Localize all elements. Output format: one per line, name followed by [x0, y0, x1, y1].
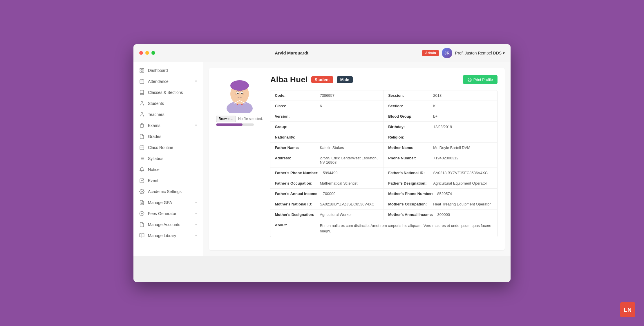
- sidebar-label-class-routine: Class Routine: [148, 145, 197, 150]
- svg-rect-1: [142, 68, 144, 70]
- svg-rect-11: [140, 146, 144, 150]
- father-income-label: Father's Annual Income:: [275, 192, 319, 196]
- sidebar-item-manage-gpa[interactable]: Manage GPA ▾: [133, 197, 203, 208]
- sidebar-label-event: Event: [148, 178, 197, 183]
- chevron-down-icon-fees: ▾: [195, 212, 197, 215]
- sidebar-item-students[interactable]: Students: [133, 98, 203, 109]
- sidebar-label-manage-accounts: Manage Accounts: [148, 222, 192, 227]
- minimize-button[interactable]: [145, 51, 149, 55]
- sidebar-item-academic-settings[interactable]: Academic Settings: [133, 186, 203, 197]
- sidebar-item-exams[interactable]: Exams ▾: [133, 120, 203, 131]
- info-cell-code: Code: 7386957: [270, 90, 384, 101]
- info-cell-class: Class: 6: [270, 101, 384, 111]
- info-cell-group: Group:: [270, 122, 384, 132]
- info-cell-mother-occupation: Mother's Occupation: Heat Treating Equip…: [384, 199, 497, 210]
- browse-button[interactable]: Browse...: [216, 116, 236, 122]
- user-name-dropdown[interactable]: Prof. Juston Rempel DDS ▾: [455, 51, 505, 55]
- user-icon: [139, 101, 144, 106]
- admin-badge: Admin: [422, 50, 439, 56]
- dollar-icon: [139, 211, 144, 216]
- header-right: Admin JR Prof. Juston Rempel DDS ▾: [422, 48, 505, 58]
- ln-badge: LN: [620, 302, 635, 317]
- section-value: K: [433, 104, 436, 108]
- print-profile-button[interactable]: Print Profile: [463, 75, 498, 84]
- mother-name-value: Mr. Doyle Bartell DVM: [433, 145, 470, 150]
- app-title: Arvid Marquardt: [161, 50, 422, 55]
- chevron-down-icon-library: ▾: [195, 234, 197, 237]
- sidebar-item-teachers[interactable]: Teachers: [133, 109, 203, 120]
- traffic-lights: [139, 51, 155, 55]
- profile-progress-fill: [216, 123, 243, 126]
- info-cell-section: Section: K: [384, 101, 497, 111]
- sidebar-label-academic-settings: Academic Settings: [148, 189, 197, 194]
- info-cell-version: Version:: [270, 111, 384, 122]
- mother-phone-value: 8520574: [437, 192, 452, 196]
- notice-icon: [139, 167, 144, 172]
- nationality-label: Nationality:: [275, 135, 315, 139]
- chevron-down-icon-gpa: ▾: [195, 201, 197, 204]
- address-label: Address:: [275, 156, 315, 165]
- clipboard-icon: [139, 123, 144, 128]
- svg-point-36: [230, 80, 249, 91]
- sidebar-label-dashboard: Dashboard: [148, 68, 197, 73]
- sidebar-item-attendance[interactable]: Attendance ▾: [133, 76, 203, 87]
- info-cell-nationality: Nationality:: [270, 132, 384, 143]
- user-avatar: JR: [442, 48, 452, 58]
- sidebar-item-syllabus[interactable]: Syllabus: [133, 153, 203, 164]
- invoice-icon: [139, 222, 144, 227]
- sidebar-item-classes-sections[interactable]: Classes & Sections: [133, 87, 203, 98]
- religion-label: Religion:: [388, 135, 429, 139]
- student-name: Alba Huel: [270, 75, 307, 84]
- info-cell-father-phone: Father's Phone Number: 5994499: [270, 168, 384, 178]
- sidebar-item-event[interactable]: Event: [133, 175, 203, 186]
- info-cell-father-income: Father's Annual Income: 700000: [270, 189, 384, 199]
- svg-rect-4: [140, 80, 144, 84]
- info-cell-father-name: Father Name: Katelin Stokes: [270, 143, 384, 153]
- content-area: Browse... No file selected. Alb: [203, 62, 511, 256]
- father-national-id-label: Father's National ID:: [388, 171, 429, 175]
- version-label: Version:: [275, 114, 315, 119]
- father-national-id-value: SA0218IBYZVZJSEC8536V4XC: [433, 171, 488, 175]
- info-cell-mother-phone: Mother's Phone Number: 8520574: [384, 189, 497, 199]
- student-avatar: [221, 75, 258, 113]
- sidebar-item-dashboard[interactable]: Dashboard: [133, 65, 203, 76]
- class-routine-icon: [139, 145, 144, 150]
- svg-rect-2: [140, 71, 141, 72]
- info-cell-about: About: Et non nulla ex cum distinctio. A…: [270, 220, 497, 237]
- sidebar-item-class-routine[interactable]: Class Routine: [133, 142, 203, 153]
- grades-icon: [139, 134, 144, 139]
- close-button[interactable]: [139, 51, 143, 55]
- sidebar-item-manage-accounts[interactable]: Manage Accounts ▾: [133, 219, 203, 230]
- sidebar-label-notice: Notice: [148, 167, 197, 172]
- book-open-icon: [139, 233, 144, 238]
- mother-phone-label: Mother's Phone Number:: [388, 192, 433, 196]
- grid-icon: [139, 68, 144, 73]
- app-window: Arvid Marquardt Admin JR Prof. Juston Re…: [133, 44, 511, 282]
- sidebar-label-fees-generator: Fees Generator: [148, 211, 192, 216]
- info-cell-blood-group: Blood Group: b+: [384, 111, 497, 122]
- father-occupation-value: Mathematical Scientist: [320, 181, 357, 185]
- father-designation-label: Father's Designation:: [388, 181, 429, 185]
- father-phone-value: 5994499: [323, 171, 338, 175]
- maximize-button[interactable]: [151, 51, 155, 55]
- svg-rect-0: [140, 68, 141, 70]
- about-value: Et non nulla ex cum distinctio. Amet rem…: [320, 223, 493, 234]
- info-grid: Code: 7386957 Session: 2018 Class: 6: [270, 90, 498, 237]
- mother-occupation-value: Heat Treating Equipment Operator: [433, 202, 491, 206]
- class-value: 6: [320, 104, 322, 108]
- section-label: Section:: [388, 104, 429, 108]
- svg-point-9: [141, 112, 143, 114]
- info-cell-birthday: Birthday: 12/03/2019: [384, 122, 497, 132]
- group-label: Group:: [275, 125, 315, 129]
- father-name-label: Father Name:: [275, 145, 315, 150]
- mother-income-value: 300000: [437, 212, 450, 217]
- sidebar-item-manage-library[interactable]: Manage Library ▾: [133, 230, 203, 241]
- sidebar-item-fees-generator[interactable]: Fees Generator ▾: [133, 208, 203, 219]
- sidebar-label-syllabus: Syllabus: [148, 156, 197, 161]
- code-label: Code:: [275, 93, 315, 98]
- sidebar-item-grades[interactable]: Grades: [133, 131, 203, 142]
- teacher-icon: [139, 112, 144, 117]
- student-name-row: Alba Huel Student Male Print Profile: [270, 75, 498, 84]
- sidebar-item-notice[interactable]: Notice: [133, 164, 203, 175]
- sidebar-label-exams: Exams: [148, 123, 192, 128]
